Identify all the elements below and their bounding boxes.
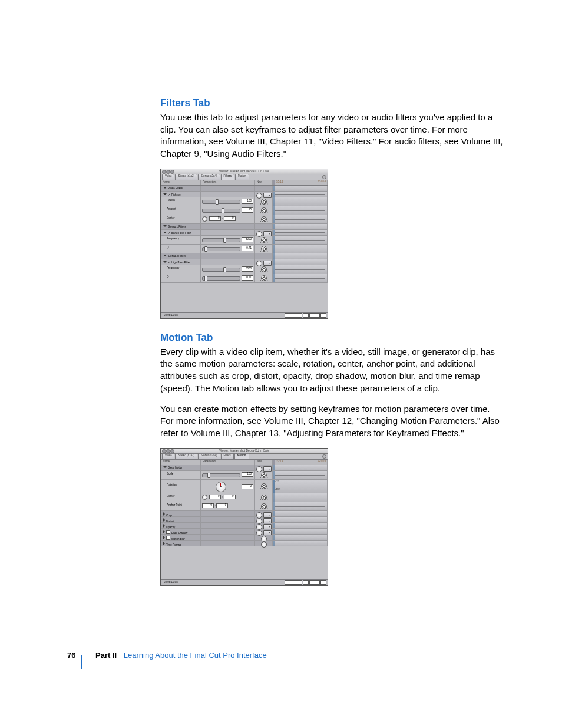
value-slider[interactable]: [202, 200, 240, 204]
value-field[interactable]: 8000: [242, 266, 253, 272]
disclosure-icon[interactable]: [163, 261, 167, 263]
tab-stereo-a1a2[interactable]: Stereo (a1a2): [175, 453, 197, 459]
value-slider[interactable]: [202, 209, 240, 213]
filter-group-row[interactable]: Stereo 2 Filters: [161, 253, 328, 259]
value-slider[interactable]: [202, 238, 240, 242]
keyframe-track[interactable]: [273, 224, 328, 229]
enable-checkbox[interactable]: [166, 536, 170, 540]
value-slider[interactable]: [202, 276, 240, 281]
add-keyframe-button[interactable]: [261, 472, 267, 478]
zoom-slider[interactable]: [285, 313, 302, 318]
add-keyframe-button[interactable]: [261, 483, 267, 489]
next-keyframe-icon[interactable]: ▸: [267, 279, 268, 282]
close-icon[interactable]: [162, 449, 166, 453]
keyframe-track[interactable]: [273, 529, 328, 534]
prev-keyframe-icon[interactable]: ◂: [260, 498, 261, 501]
tab-stereo-a3a4[interactable]: Stereo (a3a4): [198, 174, 220, 180]
tab-filters[interactable]: Filters: [221, 174, 235, 180]
step-fwd-icon[interactable]: [320, 580, 326, 585]
zoom-slider[interactable]: [285, 580, 302, 585]
tab-motion[interactable]: Motion: [235, 174, 249, 180]
next-keyframe-icon[interactable]: ▸: [267, 220, 268, 223]
point-picker-icon[interactable]: [202, 495, 207, 500]
effect-row[interactable]: ✓Band Pass Filter: [161, 230, 328, 236]
keyframe-track[interactable]: [273, 535, 328, 540]
enable-checkmark-icon[interactable]: ✓: [168, 193, 170, 196]
keyframe-track[interactable]: [273, 259, 328, 265]
next-keyframe-icon[interactable]: ▸: [267, 202, 268, 205]
tab-stereo-a3a4[interactable]: Stereo (a3a4): [198, 453, 220, 459]
close-icon[interactable]: [162, 170, 166, 174]
value-slider[interactable]: [202, 247, 240, 251]
effect-row[interactable]: ✓High Pass Filter: [161, 259, 328, 265]
jog-control[interactable]: [309, 313, 320, 318]
add-keyframe-button[interactable]: [261, 266, 267, 272]
next-keyframe-icon[interactable]: ▸: [267, 211, 268, 214]
keyframe-track[interactable]: [273, 230, 328, 235]
prev-keyframe-icon[interactable]: ◂: [260, 241, 261, 243]
enable-checkbox[interactable]: [166, 530, 170, 534]
step-back-icon[interactable]: [303, 580, 309, 585]
zoom-icon[interactable]: [170, 170, 174, 174]
disclosure-icon[interactable]: [163, 530, 165, 533]
value-y-field[interactable]: 0: [224, 495, 236, 500]
disclosure-icon[interactable]: [163, 536, 165, 539]
filter-group-row[interactable]: Stereo 1 Filters: [161, 224, 328, 230]
value-y-field[interactable]: 0: [224, 216, 236, 222]
keyframe-track[interactable]: [273, 186, 328, 191]
add-keyframe-button[interactable]: [261, 503, 267, 509]
next-keyframe-icon[interactable]: ▸: [267, 487, 268, 490]
tab-filters[interactable]: Filters: [221, 453, 234, 459]
prev-keyframe-icon[interactable]: ◂: [260, 249, 261, 252]
value-field[interactable]: 15: [242, 207, 253, 213]
keyframe-track[interactable]: [273, 517, 328, 522]
tab-video[interactable]: Video: [162, 453, 174, 459]
disclosure-icon[interactable]: [163, 466, 167, 468]
add-keyframe-button[interactable]: [261, 495, 267, 500]
keyframe-track[interactable]: [273, 274, 328, 282]
keyframe-track[interactable]: [273, 265, 328, 274]
tab-stereo-a1a2[interactable]: Stereo (a1a2): [175, 174, 197, 180]
value-x-field[interactable]: 0: [209, 495, 221, 500]
value-field[interactable]: 100: [242, 199, 253, 204]
collapsed-group-row[interactable]: Distort: [161, 517, 328, 523]
prev-keyframe-icon[interactable]: ◂: [260, 279, 261, 282]
collapsed-group-row[interactable]: Opacity: [161, 523, 328, 529]
add-keyframe-button[interactable]: [261, 216, 267, 222]
step-fwd-icon[interactable]: [320, 313, 326, 318]
collapsed-group-row[interactable]: Crop: [161, 511, 328, 517]
rotation-dial[interactable]: [216, 482, 226, 492]
add-keyframe-button[interactable]: [261, 246, 267, 252]
reset-button[interactable]: [261, 542, 267, 548]
keyframe-track[interactable]: [273, 541, 328, 546]
disclosure-icon[interactable]: [163, 512, 165, 516]
keyframe-track[interactable]: [273, 511, 328, 516]
keyframe-track[interactable]: [273, 465, 328, 470]
keyframe-track[interactable]: 432 -432: [273, 480, 328, 493]
keyframe-track[interactable]: [273, 253, 328, 259]
next-keyframe-icon[interactable]: ▸: [267, 498, 268, 501]
minimize-icon[interactable]: [166, 170, 170, 174]
step-back-icon[interactable]: [303, 313, 309, 318]
current-timecode[interactable]: 02:05:13:08: [161, 313, 204, 318]
value-slider[interactable]: [202, 473, 240, 477]
next-keyframe-icon[interactable]: ▸: [267, 476, 268, 479]
value-field[interactable]: 8000: [242, 237, 253, 242]
value-field[interactable]: 0: [242, 484, 253, 489]
pinch-icon[interactable]: [322, 454, 326, 459]
prev-keyframe-icon[interactable]: ◂: [260, 211, 261, 214]
add-keyframe-button[interactable]: [261, 199, 267, 205]
value-x-field[interactable]: 0: [202, 503, 214, 509]
prev-keyframe-icon[interactable]: ◂: [260, 270, 261, 273]
prev-keyframe-icon[interactable]: ◂: [260, 220, 261, 223]
value-field[interactable]: 0.71: [242, 275, 253, 281]
keyframe-track[interactable]: [273, 493, 328, 502]
disclosure-icon[interactable]: [163, 524, 165, 528]
disclosure-icon[interactable]: [163, 232, 167, 233]
collapsed-group-row[interactable]: Drop Shadow: [161, 529, 328, 535]
prev-keyframe-icon[interactable]: ◂: [260, 476, 261, 479]
jog-control[interactable]: [309, 580, 320, 585]
value-field[interactable]: 100: [242, 472, 253, 477]
keyframe-track[interactable]: [273, 471, 328, 479]
effect-row[interactable]: ✓Fisheye: [161, 192, 328, 197]
